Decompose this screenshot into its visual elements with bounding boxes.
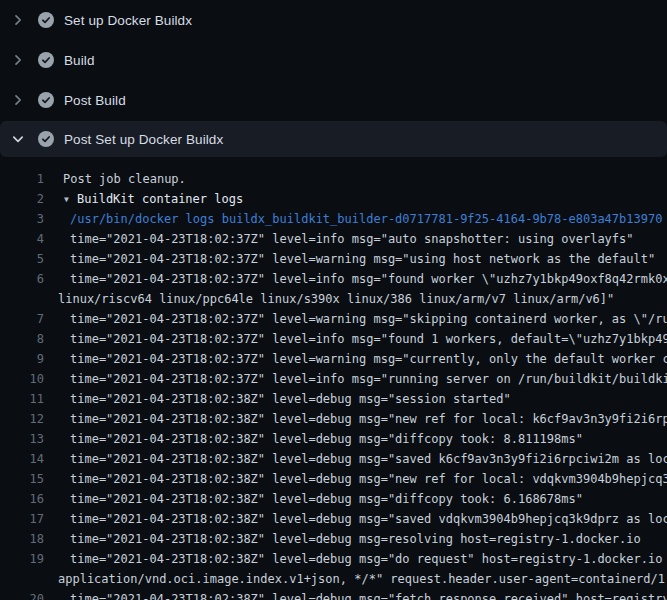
triangle-down-icon: ▼ xyxy=(64,190,77,209)
log-line-text: time="2021-04-23T18:02:38Z" level=debug … xyxy=(44,589,667,600)
log-line-number[interactable]: 2 xyxy=(0,189,44,209)
step-row-post-build[interactable]: Post Build xyxy=(0,80,667,120)
log-line: 8 time="2021-04-23T18:02:37Z" level=info… xyxy=(0,329,667,349)
step-label: Post Build xyxy=(64,93,126,108)
log-line-number[interactable]: 9 xyxy=(0,349,44,369)
log-line-number xyxy=(0,569,44,589)
log-line-number[interactable]: 8 xyxy=(0,329,44,349)
check-circle-icon xyxy=(38,92,54,108)
log-line-number[interactable]: 4 xyxy=(0,229,44,249)
log-group-toggle[interactable]: ▼BuildKit container logs xyxy=(44,189,667,209)
log-line-text: time="2021-04-23T18:02:37Z" level=warnin… xyxy=(44,309,667,329)
check-circle-icon xyxy=(38,12,54,28)
log-line-number[interactable]: 17 xyxy=(0,509,44,529)
step-label: Set up Docker Buildx xyxy=(64,13,192,28)
log-line-number[interactable]: 7 xyxy=(0,309,44,329)
log-line-text: time="2021-04-23T18:02:37Z" level=warnin… xyxy=(44,249,667,269)
log-line-text: time="2021-04-23T18:02:38Z" level=debug … xyxy=(44,409,667,429)
log-line: 20 time="2021-04-23T18:02:38Z" level=deb… xyxy=(0,589,667,600)
log-line-text: time="2021-04-23T18:02:38Z" level=debug … xyxy=(44,529,667,549)
log-line: 5 time="2021-04-23T18:02:37Z" level=warn… xyxy=(0,249,667,269)
check-circle-icon xyxy=(38,131,54,147)
log-line: 18 time="2021-04-23T18:02:38Z" level=deb… xyxy=(0,529,667,549)
log-line: application/vnd.oci.image.index.v1+json,… xyxy=(0,569,667,589)
log-line-number[interactable]: 3 xyxy=(0,209,44,229)
log-line-text: time="2021-04-23T18:02:37Z" level=info m… xyxy=(44,329,667,349)
steps-list: Set up Docker Buildx Build Post Build Po… xyxy=(0,0,667,157)
log-line-text: Post job cleanup. xyxy=(44,169,667,189)
log-line: 15 time="2021-04-23T18:02:38Z" level=deb… xyxy=(0,469,667,489)
log-line-text: time="2021-04-23T18:02:37Z" level=warnin… xyxy=(44,349,667,369)
log-line-number[interactable]: 6 xyxy=(0,269,44,289)
log-line: 6 time="2021-04-23T18:02:37Z" level=info… xyxy=(0,269,667,289)
log-line-text: time="2021-04-23T18:02:37Z" level=info m… xyxy=(44,369,667,389)
log-area: 1 Post job cleanup. 2 ▼BuildKit containe… xyxy=(0,157,667,600)
log-line-text: time="2021-04-23T18:02:38Z" level=debug … xyxy=(44,429,667,449)
log-line-number[interactable]: 16 xyxy=(0,489,44,509)
log-line-number[interactable]: 12 xyxy=(0,409,44,429)
step-row-set-up-docker-buildx[interactable]: Set up Docker Buildx xyxy=(0,0,667,40)
workflow-log-viewer: Set up Docker Buildx Build Post Build Po… xyxy=(0,0,667,600)
log-line-text: /usr/bin/docker logs buildx_buildkit_bui… xyxy=(44,209,667,229)
log-line-number xyxy=(0,289,44,309)
log-line: 11 time="2021-04-23T18:02:38Z" level=deb… xyxy=(0,389,667,409)
log-line-number[interactable]: 10 xyxy=(0,369,44,389)
check-circle-icon xyxy=(38,52,54,68)
log-line-number[interactable]: 1 xyxy=(0,169,44,189)
log-line-text: time="2021-04-23T18:02:38Z" level=debug … xyxy=(44,449,667,469)
log-line: 7 time="2021-04-23T18:02:37Z" level=warn… xyxy=(0,309,667,329)
log-line: 10 time="2021-04-23T18:02:37Z" level=inf… xyxy=(0,369,667,389)
log-line-text: time="2021-04-23T18:02:37Z" level=info m… xyxy=(44,269,667,289)
log-line-text: time="2021-04-23T18:02:38Z" level=debug … xyxy=(44,489,667,509)
log-line-number[interactable]: 18 xyxy=(0,529,44,549)
chevron-down-icon xyxy=(10,131,26,147)
log-line-number[interactable]: 13 xyxy=(0,429,44,449)
step-row-build[interactable]: Build xyxy=(0,40,667,80)
step-label: Post Set up Docker Buildx xyxy=(64,132,223,147)
log-line: 2 ▼BuildKit container logs xyxy=(0,189,667,209)
log-line-text: application/vnd.oci.image.index.v1+json,… xyxy=(44,569,667,589)
log-line-text: linux/riscv64 linux/ppc64le linux/s390x … xyxy=(44,289,667,309)
chevron-right-icon xyxy=(10,92,26,108)
log-line: 4 time="2021-04-23T18:02:37Z" level=info… xyxy=(0,229,667,249)
log-line: 16 time="2021-04-23T18:02:38Z" level=deb… xyxy=(0,489,667,509)
log-line: 17 time="2021-04-23T18:02:38Z" level=deb… xyxy=(0,509,667,529)
log-line: 1 Post job cleanup. xyxy=(0,169,667,189)
log-line: 13 time="2021-04-23T18:02:38Z" level=deb… xyxy=(0,429,667,449)
log-line: 12 time="2021-04-23T18:02:38Z" level=deb… xyxy=(0,409,667,429)
log-line-text: time="2021-04-23T18:02:37Z" level=info m… xyxy=(44,229,667,249)
log-line: 19 time="2021-04-23T18:02:38Z" level=deb… xyxy=(0,549,667,569)
log-line-text: time="2021-04-23T18:02:38Z" level=debug … xyxy=(44,549,667,569)
step-label: Build xyxy=(64,53,95,68)
chevron-right-icon xyxy=(10,52,26,68)
log-line-text: time="2021-04-23T18:02:38Z" level=debug … xyxy=(44,389,667,409)
log-line-number[interactable]: 19 xyxy=(0,549,44,569)
log-line-number[interactable]: 20 xyxy=(0,589,44,600)
log-line-number[interactable]: 5 xyxy=(0,249,44,269)
log-line: 9 time="2021-04-23T18:02:37Z" level=warn… xyxy=(0,349,667,369)
log-line-text: time="2021-04-23T18:02:38Z" level=debug … xyxy=(44,509,667,529)
log-line-text: time="2021-04-23T18:02:38Z" level=debug … xyxy=(44,469,667,489)
log-line-number[interactable]: 15 xyxy=(0,469,44,489)
log-line-number[interactable]: 14 xyxy=(0,449,44,469)
step-row-post-set-up-docker-buildx[interactable]: Post Set up Docker Buildx xyxy=(0,121,667,157)
log-line: linux/riscv64 linux/ppc64le linux/s390x … xyxy=(0,289,667,309)
log-line: 14 time="2021-04-23T18:02:38Z" level=deb… xyxy=(0,449,667,469)
log-line-number[interactable]: 11 xyxy=(0,389,44,409)
log-line: 3 /usr/bin/docker logs buildx_buildkit_b… xyxy=(0,209,667,229)
chevron-right-icon xyxy=(10,12,26,28)
